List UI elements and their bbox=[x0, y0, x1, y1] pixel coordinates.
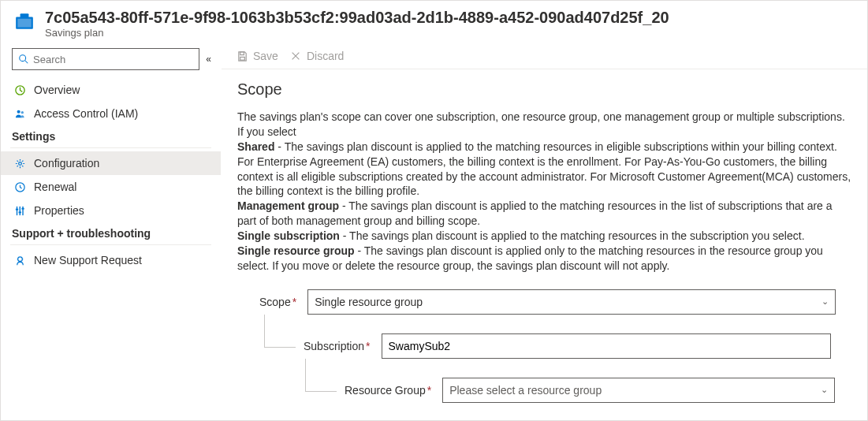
divider bbox=[10, 147, 211, 148]
resource-group-placeholder: Please select a resource group bbox=[449, 384, 602, 397]
sidebar-item-renewal[interactable]: Renewal bbox=[1, 175, 221, 199]
subscription-label: Subscription* bbox=[304, 340, 371, 352]
sidebar: « Overview Access Control (IAM) Settings bbox=[1, 43, 222, 420]
main-panel: Save Discard Scope The savings plan's sc… bbox=[222, 43, 867, 420]
toolbar: Save Discard bbox=[222, 43, 867, 69]
svg-point-8 bbox=[18, 162, 21, 165]
sidebar-item-properties[interactable]: Properties bbox=[1, 199, 221, 222]
svg-point-7 bbox=[20, 110, 23, 113]
svg-rect-10 bbox=[16, 206, 17, 214]
close-icon bbox=[289, 50, 302, 62]
overview-icon bbox=[13, 84, 26, 96]
svg-point-6 bbox=[17, 110, 20, 113]
chevron-down-icon: ⌄ bbox=[821, 385, 828, 395]
save-icon bbox=[236, 50, 248, 62]
collapse-sidebar-button[interactable]: « bbox=[206, 54, 211, 65]
sidebar-group-settings: Settings bbox=[1, 125, 221, 146]
svg-point-16 bbox=[17, 256, 22, 261]
svg-rect-13 bbox=[15, 208, 17, 210]
search-input[interactable] bbox=[33, 54, 194, 65]
header: 7c05a543-80ff-571e-9f98-1063b3b53cf2:99a… bbox=[1, 1, 867, 43]
sidebar-group-support: Support + troubleshooting bbox=[1, 222, 221, 243]
sidebar-item-support[interactable]: New Support Request bbox=[1, 248, 221, 272]
gear-icon bbox=[13, 157, 26, 170]
svg-rect-2 bbox=[17, 19, 31, 28]
svg-line-4 bbox=[25, 61, 28, 64]
sidebar-item-label: New Support Request bbox=[34, 254, 142, 266]
sidebar-item-configuration[interactable]: Configuration bbox=[1, 151, 221, 175]
subscription-input[interactable] bbox=[382, 333, 831, 359]
svg-rect-1 bbox=[20, 13, 29, 17]
discard-button[interactable]: Discard bbox=[289, 50, 344, 62]
sidebar-item-label: Configuration bbox=[34, 157, 99, 170]
discard-label: Discard bbox=[307, 50, 344, 62]
scope-label: Scope* bbox=[259, 296, 296, 308]
svg-rect-15 bbox=[21, 207, 24, 209]
save-button[interactable]: Save bbox=[236, 50, 278, 62]
sidebar-item-label: Access Control (IAM) bbox=[34, 107, 138, 120]
sidebar-item-iam[interactable]: Access Control (IAM) bbox=[1, 102, 221, 125]
support-icon bbox=[13, 254, 26, 266]
resource-group-dropdown[interactable]: Please select a resource group ⌄ bbox=[442, 378, 835, 403]
iam-icon bbox=[13, 107, 26, 120]
svg-point-3 bbox=[20, 55, 26, 61]
properties-icon bbox=[13, 204, 26, 217]
sidebar-item-overview[interactable]: Overview bbox=[1, 78, 221, 102]
svg-rect-17 bbox=[240, 51, 244, 54]
scope-dropdown[interactable]: Single resource group ⌄ bbox=[307, 289, 836, 315]
form: Scope* Single resource group ⌄ Subscript… bbox=[237, 289, 851, 404]
chevron-down-icon: ⌄ bbox=[821, 296, 829, 307]
sidebar-item-label: Renewal bbox=[34, 181, 76, 193]
scope-selected-value: Single resource group bbox=[315, 296, 423, 308]
page-title: 7c05a543-80ff-571e-9f98-1063b3b53cf2:99a… bbox=[45, 9, 669, 27]
divider bbox=[10, 244, 211, 245]
svg-rect-11 bbox=[19, 206, 20, 214]
tree-connector bbox=[305, 359, 337, 392]
search-input-wrapper[interactable] bbox=[12, 48, 199, 70]
svg-rect-14 bbox=[18, 211, 20, 213]
resource-icon bbox=[13, 10, 35, 32]
sidebar-item-label: Properties bbox=[34, 204, 84, 217]
save-label: Save bbox=[253, 50, 278, 62]
clock-icon bbox=[13, 181, 26, 193]
resource-group-label: Resource Group* bbox=[345, 384, 431, 397]
scope-description: The savings plan's scope can cover one s… bbox=[237, 110, 851, 274]
svg-rect-12 bbox=[22, 206, 23, 214]
section-title: Scope bbox=[237, 80, 851, 99]
tree-connector bbox=[264, 315, 296, 348]
search-icon bbox=[17, 53, 30, 65]
sidebar-item-label: Overview bbox=[34, 84, 80, 96]
page-subtitle: Savings plan bbox=[45, 27, 669, 39]
svg-rect-18 bbox=[240, 57, 244, 60]
divider bbox=[222, 69, 867, 69]
